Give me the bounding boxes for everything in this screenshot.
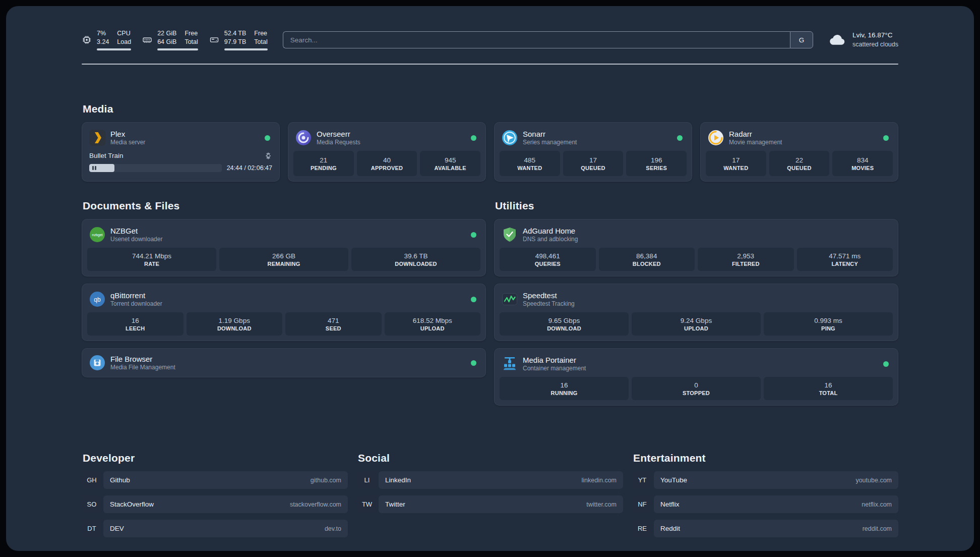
utilities-section-title: Utilities (495, 200, 898, 212)
bookmark-netflix[interactable]: NF Netflix netflix.com (632, 495, 898, 513)
disk-free-label: Free (254, 29, 267, 38)
service-card-plex[interactable]: Plex Media server Bullet Train (82, 122, 280, 182)
cpu-widget: 7% 3.24 CPU Load (82, 29, 131, 50)
service-name: Speedtest (523, 291, 575, 300)
qbittorrent-icon: qb (89, 291, 105, 307)
bookmark-abbr: DT (82, 520, 102, 537)
status-dot (265, 135, 270, 141)
memory-bar (157, 48, 198, 50)
playback-time: 24:44 / 02:06:47 (227, 164, 272, 172)
bookmark-github[interactable]: GH Github github.com (82, 471, 348, 489)
memory-widget: 22 GiB 64 GiB Free Total (142, 29, 198, 50)
developer-section-title: Developer (83, 452, 348, 464)
stat-upload: 9.24 Gbps UPLOAD (632, 312, 761, 336)
memory-free-label: Free (185, 29, 198, 38)
service-subtitle: Series management (523, 139, 577, 146)
disk-widget: 52.4 TB 97.9 TB Free Total (209, 29, 268, 50)
stat-rate: 744.21 Mbps RATE (87, 248, 216, 271)
service-card-adguard[interactable]: AdGuard Home DNS and adblocking 498,461 … (494, 219, 898, 276)
stat-wanted: 17 WANTED (706, 151, 766, 176)
search-input[interactable] (283, 31, 790, 48)
speedtest-icon (502, 291, 518, 307)
bookmark-abbr: NF (632, 495, 652, 513)
bookmark-url: linkedin.com (582, 477, 617, 484)
stat-seed: 471 SEED (285, 312, 382, 336)
cpu-icon (82, 35, 92, 45)
bookmark-name: Netflix (660, 500, 680, 508)
now-playing-title: Bullet Train (89, 152, 124, 159)
service-card-portainer[interactable]: Media Portainer Container management 16 … (494, 348, 898, 406)
stat-blocked: 86,384 BLOCKED (599, 248, 695, 271)
bookmark-dev[interactable]: DT DEV dev.to (82, 520, 348, 537)
bookmark-reddit[interactable]: RE Reddit reddit.com (632, 520, 898, 537)
service-card-qbittorrent[interactable]: qb qBittorrent Torrent downloader 16 LEE… (82, 284, 486, 341)
bookmark-url: dev.to (325, 525, 341, 532)
entertainment-section-title: Entertainment (633, 452, 898, 464)
memory-total-label: Total (185, 38, 198, 46)
search-bar: G (283, 31, 813, 48)
service-name: qBittorrent (110, 291, 162, 300)
status-dot (677, 135, 683, 141)
service-card-nzbget[interactable]: nzbget NZBGet Usenet downloader 744.21 M… (82, 219, 486, 276)
weather-condition: scattered clouds (852, 40, 898, 49)
service-name: File Browser (110, 355, 175, 363)
service-card-filebrowser[interactable]: File Browser Media File Management (82, 348, 486, 377)
bookmark-group-entertainment: Entertainment YT YouTube youtube.com NF … (632, 452, 898, 537)
status-dot (471, 297, 476, 302)
social-section-title: Social (358, 452, 623, 464)
plex-icon (89, 130, 105, 146)
bookmark-abbr: GH (82, 471, 102, 489)
service-subtitle: Movie management (729, 139, 782, 146)
playback-progress-fill (89, 164, 114, 172)
stat-remaining: 266 GB REMAINING (219, 248, 348, 271)
service-subtitle: DNS and adblocking (523, 236, 578, 243)
gear-icon[interactable] (265, 152, 272, 159)
service-card-sonarr[interactable]: Sonarr Series management 485 WANTED 17 Q… (494, 122, 692, 182)
service-card-speedtest[interactable]: Speedtest Speedtest Tracking 9.65 Gbps D… (494, 284, 898, 341)
stat-movies: 834 MOVIES (832, 151, 893, 176)
bookmark-linkedin[interactable]: LI LinkedIn linkedin.com (357, 471, 623, 489)
stat-total: 16 TOTAL (764, 377, 893, 400)
stat-queued: 22 QUEUED (769, 151, 830, 176)
bookmark-url: netflix.com (862, 501, 892, 508)
stat-pending: 21 PENDING (293, 151, 354, 176)
media-section-title: Media (83, 103, 898, 115)
stat-approved: 40 APPROVED (357, 151, 417, 176)
bookmark-abbr: SO (82, 495, 102, 513)
nzbget-icon: nzbget (89, 227, 105, 243)
overseerr-icon (295, 130, 312, 146)
bookmark-twitter[interactable]: TW Twitter twitter.com (357, 495, 623, 513)
bookmark-youtube[interactable]: YT YouTube youtube.com (632, 471, 898, 489)
filebrowser-icon (89, 355, 105, 371)
status-dot (471, 232, 476, 238)
service-card-overseerr[interactable]: Overseerr Media Requests 21 PENDING 40 A… (288, 122, 486, 182)
service-card-radarr[interactable]: Radarr Movie management 17 WANTED 22 QUE… (700, 122, 898, 182)
section-utilities: Utilities AdGuard Home (494, 200, 898, 413)
search-provider-button[interactable]: G (790, 31, 813, 48)
cpu-usage: 7% (97, 29, 109, 38)
disk-icon (209, 35, 219, 45)
sonarr-icon (502, 130, 518, 146)
service-name: AdGuard Home (523, 227, 578, 235)
bookmark-name: Github (110, 476, 130, 484)
svg-text:qb: qb (94, 296, 101, 303)
bookmark-url: reddit.com (863, 525, 892, 532)
bookmark-name: DEV (110, 525, 124, 532)
bookmark-name: Reddit (660, 525, 680, 532)
playback-progress-bar[interactable] (89, 164, 222, 172)
stat-downloaded: 39.6 TB DOWNLOADED (351, 248, 480, 271)
svg-text:nzbget: nzbget (92, 233, 102, 237)
stat-ping: 0.993 ms PING (764, 312, 893, 336)
stat-latency: 47.571 ms LATENCY (797, 248, 893, 271)
bookmark-stackoverflow[interactable]: SO StackOverflow stackoverflow.com (82, 495, 348, 513)
weather-location: Lviv, 16.87°C (852, 31, 898, 40)
memory-icon (142, 35, 152, 45)
bookmark-group-developer: Developer GH Github github.com SO StackO… (82, 452, 348, 537)
disk-bar (224, 48, 268, 50)
stat-running: 16 RUNNING (500, 377, 629, 400)
cloud-icon (828, 31, 846, 49)
stat-wanted: 485 WANTED (500, 151, 560, 176)
stat-available: 945 AVAILABLE (420, 151, 480, 176)
bookmark-abbr: TW (357, 495, 377, 513)
bookmark-url: youtube.com (855, 477, 892, 484)
